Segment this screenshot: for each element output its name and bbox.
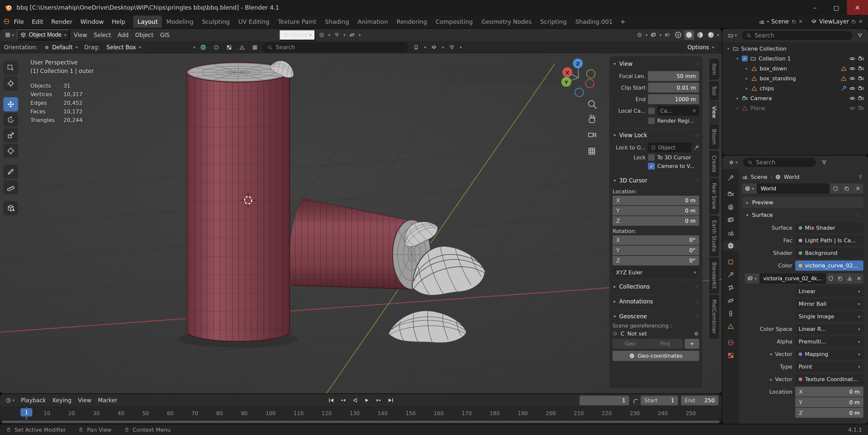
tab-render[interactable]: [723, 189, 738, 199]
pivot-point-dropdown[interactable]: [317, 30, 327, 40]
cursor-location-field[interactable]: X0 m: [613, 196, 699, 205]
auto-keying-icon[interactable]: [632, 398, 638, 403]
editor-type-button[interactable]: ▾: [3, 32, 16, 38]
tool-cursor[interactable]: [3, 76, 18, 91]
timeline-scrollbar[interactable]: [0, 420, 722, 424]
rotation-order-dropdown[interactable]: XYZ Euler▾: [613, 267, 699, 277]
lock-3d-cursor-checkbox[interactable]: [648, 154, 655, 161]
tab-particles[interactable]: [723, 283, 738, 293]
tool-search-input[interactable]: Search: [263, 42, 408, 52]
eye-icon[interactable]: [849, 65, 856, 72]
mapping-type-dropdown[interactable]: Point▾: [795, 361, 863, 372]
projection-dropdown[interactable]: Mirror Ball▾: [795, 299, 863, 309]
show-overlays-dropdown[interactable]: [649, 30, 658, 40]
clip-start-field[interactable]: 0.01 m: [648, 83, 699, 92]
render-camera-icon[interactable]: [858, 85, 864, 92]
shading-dropdown-icon[interactable]: ▾: [717, 33, 719, 37]
interpolation-dropdown[interactable]: Linear▾: [795, 286, 863, 296]
viewlayer-selector[interactable]: ViewLayer ✕: [809, 17, 865, 26]
panel-header-surface[interactable]: ▾Surface∷: [742, 209, 863, 221]
world-name-field[interactable]: World: [757, 183, 829, 194]
viewport-3d[interactable]: Z X Y: [0, 54, 722, 393]
browse-world-button[interactable]: ▾: [742, 183, 757, 194]
cursor-rotation-field[interactable]: Z0°: [613, 256, 699, 265]
workspace-tab[interactable]: Shading: [320, 16, 353, 28]
section-header-3d-cursor[interactable]: ▾3D Cursor∷: [613, 175, 699, 186]
viewport-menu-item[interactable]: Object: [132, 30, 157, 40]
pin-icon[interactable]: [858, 174, 863, 180]
section-header-view-lock[interactable]: ▾View Lock∷: [613, 129, 699, 141]
workspace-tab[interactable]: Layout: [133, 16, 162, 28]
local-camera-field[interactable]: Ca...✕: [657, 106, 699, 116]
workspace-tab[interactable]: Texture Paint: [274, 16, 320, 28]
outliner-row-box-down[interactable]: ▸ box_down: [723, 63, 867, 74]
gizmo-y-neg[interactable]: [587, 70, 595, 78]
render-region-checkbox[interactable]: [648, 117, 655, 124]
unlink-datablock-icon[interactable]: ✕: [852, 183, 863, 194]
outliner-row-plane[interactable]: ▸ Plane: [723, 103, 867, 113]
alpha-dropdown[interactable]: Premulti...▾: [795, 337, 863, 347]
display-toggle-1-icon[interactable]: [211, 42, 221, 52]
play-reverse-button[interactable]: [349, 396, 361, 405]
viewport-menu-item[interactable]: Add: [114, 30, 132, 40]
tool-annotate[interactable]: [3, 165, 18, 179]
workspace-tab[interactable]: Sculpting: [197, 16, 234, 28]
eye-icon[interactable]: [849, 56, 856, 62]
npanel-tab[interactable]: Real Snow: [709, 178, 719, 214]
eye-icon[interactable]: [849, 105, 856, 111]
image-name-field[interactable]: victoria_curve_02_4k...: [760, 273, 826, 284]
new-scene-icon[interactable]: [792, 19, 796, 24]
cursor-rotation-field[interactable]: X0°: [613, 235, 699, 245]
shading-solid-button[interactable]: [684, 30, 694, 40]
properties-search-input[interactable]: Search: [743, 158, 816, 167]
jump-to-end-button[interactable]: [385, 396, 396, 405]
npanel-tab[interactable]: Tool: [709, 81, 719, 100]
tool-measure[interactable]: [3, 180, 18, 194]
transform-orientation-dropdown[interactable]: Global ▾: [279, 30, 315, 40]
xray-toggle[interactable]: [662, 30, 672, 40]
npanel-tab[interactable]: MatCombiner: [709, 295, 719, 339]
display-toggle-4-icon[interactable]: [250, 42, 260, 52]
workspace-tab[interactable]: Shading.001: [571, 16, 617, 28]
layers-icon[interactable]: [429, 42, 439, 52]
surface-shader-field[interactable]: Mix Shader: [795, 223, 863, 233]
eye-icon[interactable]: [849, 95, 856, 102]
copy-datablock-icon[interactable]: [836, 273, 844, 284]
new-viewlayer-icon[interactable]: [851, 19, 856, 24]
tab-object[interactable]: [723, 257, 738, 267]
npanel-tab[interactable]: Earth Studio: [709, 215, 719, 257]
outliner-display-mode[interactable]: ▾: [725, 33, 739, 38]
section-header-geoscene[interactable]: ▾Geoscene∷: [613, 311, 699, 322]
gis-globe-icon[interactable]: [198, 42, 208, 52]
mode-selector[interactable]: Object Mode ▾: [17, 29, 70, 40]
geo-coordinates-button[interactable]: Geo-coordinates: [613, 351, 699, 361]
clear-icon[interactable]: ✕: [692, 108, 696, 113]
tab-constraints[interactable]: [723, 309, 738, 319]
filter-icon[interactable]: [855, 31, 865, 40]
outliner-row-box-standing[interactable]: ▸ box_standing: [723, 74, 867, 83]
workspace-tab[interactable]: Scripting: [536, 16, 571, 28]
tool-add-cube[interactable]: [3, 201, 18, 215]
collection-checkbox[interactable]: ✓: [742, 56, 748, 61]
focal-length-field[interactable]: 50 mm: [648, 71, 699, 81]
outliner-row-scene-collection[interactable]: ▾ Scene Collection: [723, 44, 867, 54]
current-frame-field[interactable]: 1: [580, 396, 629, 405]
unlink-scene-icon[interactable]: ✕: [799, 19, 803, 25]
jump-to-start-button[interactable]: [326, 396, 337, 405]
add-crs-button[interactable]: +: [685, 339, 699, 349]
breadcrumb-world[interactable]: World: [784, 174, 799, 180]
source-dropdown[interactable]: Single Image▾: [795, 311, 863, 322]
display-toggle-3-icon[interactable]: [237, 42, 247, 52]
gizmo-x-neg[interactable]: [586, 79, 594, 88]
workspace-tab[interactable]: Animation: [353, 16, 392, 28]
pack-image-icon[interactable]: [845, 273, 854, 284]
tool-rotate[interactable]: [3, 113, 18, 127]
tab-view-layer[interactable]: [723, 215, 738, 225]
workspace-tab[interactable]: Rendering: [392, 16, 431, 28]
npanel-tab[interactable]: Item: [709, 59, 719, 80]
local-camera-checkbox[interactable]: [648, 108, 655, 114]
background-shader-field[interactable]: Background: [795, 248, 863, 258]
filter-icon[interactable]: [819, 158, 829, 167]
viewport-menu-item[interactable]: Select: [91, 30, 114, 40]
workspace-tab[interactable]: Compositing: [431, 16, 477, 28]
